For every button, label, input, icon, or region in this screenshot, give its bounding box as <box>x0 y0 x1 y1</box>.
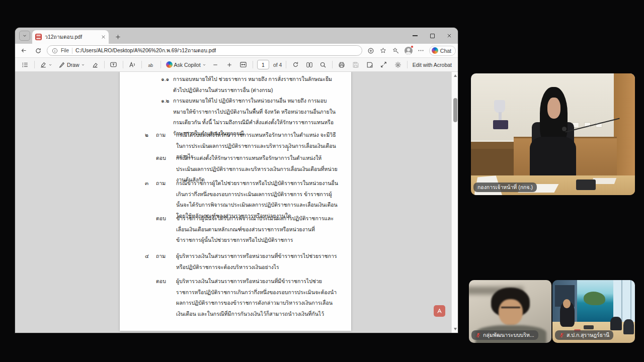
participant-face <box>563 299 571 309</box>
edit-with-acrobat-button[interactable]: Edit with Acrobat <box>412 59 453 70</box>
ask-copilot-button[interactable]: Ask Copilot <box>165 59 207 70</box>
toolbar-separator <box>34 61 35 68</box>
item-text: ผู้บริหารวงเงินในส่วนราชการหรือหน่วยงานท… <box>176 276 339 319</box>
svg-text:ab: ab <box>148 62 153 67</box>
tab-search-button[interactable] <box>19 31 30 41</box>
table-item <box>584 325 594 329</box>
scroll-up-arrow[interactable] <box>454 74 457 77</box>
browser-essentials-button[interactable] <box>366 46 375 55</box>
save-button[interactable] <box>351 59 361 70</box>
video-tile-main[interactable]: กองการเจ้าหน้าที่ (กกจ.) <box>471 73 635 195</box>
back-button[interactable] <box>18 45 29 56</box>
item-number <box>145 276 156 319</box>
participant-glasses <box>501 307 520 308</box>
save-as-icon <box>366 61 373 68</box>
text-spacing-button[interactable]: ab <box>146 59 156 70</box>
rotate-button[interactable] <box>290 59 300 70</box>
zoom-in-button[interactable] <box>224 59 234 70</box>
toolbar-separator <box>332 61 333 68</box>
favorites-list-icon <box>392 47 399 54</box>
address-bar: File C:/Users/ALRO/Desktop/A%206%20ก.พ.6… <box>15 44 458 58</box>
item-text: ข้าราชการผู้นั้นจะได้รับการพิจารณาประเมิ… <box>176 213 339 246</box>
ask-copilot-label: Ask Copilot <box>174 62 201 68</box>
page-number-input[interactable] <box>257 60 269 69</box>
scroll-down-arrow[interactable] <box>454 328 457 330</box>
copilot-icon <box>432 47 438 54</box>
item-number: ๔ <box>145 251 156 273</box>
search-icon <box>319 61 327 68</box>
toolbar-separator <box>123 61 123 68</box>
zoom-out-button[interactable] <box>210 59 220 70</box>
copilot-icon <box>166 61 173 68</box>
expand-icon <box>380 61 387 68</box>
acrobat-icon <box>436 308 443 314</box>
address-bar-actions: Chat <box>366 46 458 56</box>
microphone-base <box>576 179 596 191</box>
favorites-list-button[interactable] <box>391 46 400 55</box>
fit-to-width-button[interactable] <box>238 59 249 70</box>
highlight-button[interactable] <box>39 59 53 70</box>
pdf-toolbar-center: of 4 <box>210 59 315 70</box>
pdf-viewer: ๑.๑ การมอบหมายให้ไป ช่วยราชการ หมายถึง ก… <box>15 72 458 333</box>
screen-share-stage: ว12ถามตอบ.pdf <box>0 0 644 362</box>
text-cursor: I <box>287 146 289 152</box>
open-in-acrobat-button[interactable] <box>434 305 445 317</box>
pdf-settings-button[interactable] <box>393 59 403 70</box>
protocol-label: File <box>61 48 69 53</box>
toc-button[interactable] <box>20 59 30 70</box>
chevron-down-icon <box>81 63 85 67</box>
copilot-chat-button[interactable]: Chat <box>429 46 456 56</box>
scrollbar-thumb[interactable] <box>453 98 457 122</box>
chevron-down-icon <box>202 63 206 67</box>
participant-name: กองการเจ้าหน้าที่ (กกจ.) <box>477 183 533 192</box>
window-controls <box>407 28 458 44</box>
pdf-toolbar: Draw ab <box>15 58 458 72</box>
add-text-button[interactable] <box>109 59 119 70</box>
fullscreen-button[interactable] <box>379 59 389 70</box>
page-view-button[interactable] <box>304 59 314 70</box>
profile-button[interactable] <box>404 46 413 55</box>
two-page-view-icon <box>306 61 313 68</box>
qa-item: ๑.๑ การมอบหมายให้ไป ช่วยราชการ หมายถึง ก… <box>120 74 351 96</box>
settings-more-button[interactable] <box>417 46 426 55</box>
speaker-face <box>547 98 560 118</box>
erase-button[interactable] <box>90 59 100 70</box>
read-aloud-button[interactable] <box>127 59 137 70</box>
active-tab[interactable]: ว12ถามตอบ.pdf <box>32 30 109 44</box>
new-tab-button[interactable] <box>113 32 123 42</box>
search-button[interactable] <box>318 59 328 70</box>
item-label: ตอบ <box>156 276 176 319</box>
toolbar-separator <box>141 61 142 68</box>
url-field[interactable]: File C:/Users/ALRO/Desktop/A%206%20ก.พ.6… <box>47 45 362 56</box>
mic-muted-icon <box>475 332 481 338</box>
participant-name-badge: กลุ่มพัฒนาระบบบริห... <box>471 330 538 340</box>
draw-button[interactable]: Draw <box>57 59 86 70</box>
video-tile-small-left[interactable]: กลุ่มพัฒนาระบบบริห... <box>469 280 551 343</box>
participant-name: ส.ป.ก.สุราษฎร์ธานี <box>567 331 609 339</box>
read-aloud-icon <box>128 61 136 68</box>
pdf-toolbar-left: Draw ab <box>20 59 207 70</box>
draw-label: Draw <box>67 62 79 68</box>
video-tile-small-right[interactable]: ส.ป.ก.สุราษฎร์ธานี <box>552 280 635 343</box>
favorite-star-button[interactable] <box>379 46 388 55</box>
minimize-button[interactable] <box>407 28 424 44</box>
close-button[interactable] <box>441 28 458 44</box>
qa-item: ๔ ถาม ผู้บริหารวงเงินในส่วนราชการหรือหน่… <box>120 251 351 273</box>
pdf-page[interactable]: ๑.๑ การมอบหมายให้ไป ช่วยราชการ หมายถึง ก… <box>120 72 351 331</box>
refresh-button[interactable] <box>32 45 43 56</box>
copilot-chat-label: Chat <box>440 48 451 54</box>
toolbar-separator <box>407 61 408 68</box>
pdf-toolbar-right: Edit with Acrobat <box>318 59 453 70</box>
print-button[interactable] <box>337 59 347 70</box>
pen-icon <box>58 61 65 68</box>
maximize-icon <box>430 34 435 38</box>
save-as-button[interactable] <box>365 59 375 70</box>
maximize-button[interactable] <box>424 28 441 44</box>
vertical-scrollbar[interactable] <box>451 72 458 333</box>
minus-icon <box>212 62 218 68</box>
tab-close-icon[interactable] <box>101 35 106 39</box>
edit-with-acrobat-label: Edit with Acrobat <box>413 62 452 68</box>
qa-item: ตอบ ผู้บริหารวงเงินในส่วนราชการหรือหน่วย… <box>120 276 351 319</box>
plus-icon <box>226 62 232 68</box>
item-number <box>145 213 156 246</box>
